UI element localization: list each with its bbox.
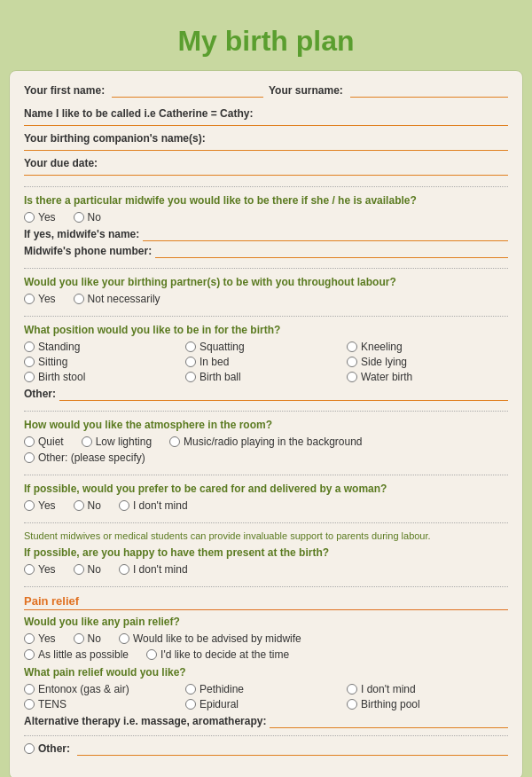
radio-icon bbox=[24, 564, 35, 575]
radio-icon bbox=[24, 372, 35, 382]
midwife-preference-section: Is there a particular midwife you would … bbox=[24, 194, 508, 269]
female-no[interactable]: No bbox=[74, 499, 101, 512]
atmosphere-section: How would you like the atmosphere in the… bbox=[24, 419, 508, 475]
female-yes[interactable]: Yes bbox=[24, 499, 56, 512]
radio-icon bbox=[24, 452, 35, 463]
personal-info-section: Your first name: Your surname: Name I li… bbox=[24, 83, 508, 187]
pain-relief-q1: Would you like any pain relief? bbox=[24, 616, 508, 628]
radio-icon bbox=[347, 372, 357, 382]
radio-icon bbox=[82, 436, 92, 447]
radio-icon bbox=[169, 436, 180, 447]
radio-icon bbox=[185, 341, 196, 352]
student-midwives-section: Student midwives or medical students can… bbox=[24, 530, 508, 587]
radio-icon bbox=[24, 649, 35, 660]
student-dont-mind[interactable]: I don't mind bbox=[119, 563, 188, 576]
radio-icon bbox=[146, 649, 157, 660]
pain-tens[interactable]: TENS bbox=[24, 698, 185, 710]
radio-icon bbox=[74, 564, 84, 575]
radio-icon bbox=[24, 294, 35, 304]
radio-icon bbox=[185, 372, 196, 382]
radio-icon bbox=[185, 684, 196, 695]
companion-field: Your birthing companion's name(s): bbox=[24, 130, 508, 151]
pain-pethidine[interactable]: Pethidine bbox=[185, 683, 347, 695]
student-note: Student midwives or medical students can… bbox=[24, 530, 508, 541]
pain-relief-section: Pain relief Would you like any pain reli… bbox=[24, 594, 508, 763]
pain-entonox[interactable]: Entonox (gas & air) bbox=[24, 683, 185, 695]
pain-as-little[interactable]: As little as possible bbox=[24, 648, 129, 661]
pain-relief-title: Pain relief bbox=[24, 594, 508, 610]
position-in-bed[interactable]: In bed bbox=[185, 356, 347, 368]
radio-icon bbox=[185, 699, 196, 710]
radio-icon bbox=[24, 357, 35, 367]
radio-icon bbox=[347, 341, 357, 352]
surname-label: Your surname: bbox=[269, 84, 343, 97]
midwife-no[interactable]: No bbox=[74, 211, 101, 224]
radio-icon bbox=[185, 357, 196, 367]
radio-icon bbox=[74, 294, 84, 304]
position-birth-stool[interactable]: Birth stool bbox=[24, 371, 185, 383]
pain-other[interactable]: Other: bbox=[24, 742, 508, 756]
radio-icon bbox=[24, 684, 35, 695]
midwife-yes[interactable]: Yes bbox=[24, 211, 56, 224]
radio-icon bbox=[24, 699, 35, 710]
atmosphere-quiet[interactable]: Quiet bbox=[24, 436, 64, 448]
main-card: Your first name: Your surname: Name I li… bbox=[9, 70, 523, 777]
midwife-question: Is there a particular midwife you would … bbox=[24, 194, 508, 207]
page-title: My birth plan bbox=[9, 9, 523, 70]
position-side-lying[interactable]: Side lying bbox=[347, 356, 508, 368]
radio-icon bbox=[24, 341, 35, 352]
student-question: If possible, are you happy to have them … bbox=[24, 546, 508, 559]
position-sitting[interactable]: Sitting bbox=[24, 356, 185, 368]
position-water-birth[interactable]: Water birth bbox=[347, 371, 508, 383]
due-date-field: Your due date: bbox=[24, 154, 508, 176]
pain-epidural[interactable]: Epidural bbox=[185, 698, 347, 710]
student-no[interactable]: No bbox=[74, 563, 101, 576]
radio-icon bbox=[74, 633, 84, 644]
radio-icon bbox=[119, 633, 129, 644]
pain-yes[interactable]: Yes bbox=[24, 632, 56, 645]
radio-icon bbox=[24, 212, 35, 223]
radio-icon bbox=[24, 633, 35, 644]
radio-icon bbox=[24, 743, 35, 754]
radio-icon bbox=[347, 699, 357, 710]
birth-position-section: What position would you like to be in fo… bbox=[24, 324, 508, 412]
radio-icon bbox=[347, 684, 357, 695]
position-birth-ball[interactable]: Birth ball bbox=[185, 371, 347, 383]
radio-icon bbox=[24, 436, 35, 447]
radio-icon bbox=[74, 212, 84, 223]
position-squatting[interactable]: Squatting bbox=[185, 341, 347, 353]
atmosphere-other[interactable]: Other: (please specify) bbox=[24, 451, 145, 464]
radio-icon bbox=[347, 357, 357, 367]
birth-position-question: What position would you like to be in fo… bbox=[24, 324, 508, 336]
birthing-partner-question: Would you like your birthing partner(s) … bbox=[24, 276, 508, 288]
atmosphere-music[interactable]: Music/radio playing in the background bbox=[169, 436, 362, 448]
radio-icon bbox=[119, 564, 129, 575]
first-name-label: Your first name: bbox=[24, 84, 105, 97]
position-standing[interactable]: Standing bbox=[24, 341, 185, 353]
student-yes[interactable]: Yes bbox=[24, 563, 56, 576]
pain-decide-later[interactable]: I'd like to decide at the time bbox=[146, 648, 289, 661]
radio-icon bbox=[119, 500, 129, 511]
radio-icon bbox=[24, 500, 35, 511]
position-kneeling[interactable]: Kneeling bbox=[347, 341, 508, 353]
female-carer-question: If possible, would you prefer to be care… bbox=[24, 483, 508, 495]
atmosphere-question: How would you like the atmosphere in the… bbox=[24, 419, 508, 431]
pain-birthing-pool[interactable]: Birthing pool bbox=[347, 698, 508, 710]
atmosphere-low-lighting[interactable]: Low lighting bbox=[82, 436, 152, 448]
female-carer-section: If possible, would you prefer to be care… bbox=[24, 483, 508, 523]
partner-not-necessarily[interactable]: Not necessarily bbox=[74, 293, 160, 305]
nickname-field: Name I like to be called i.e Catherine =… bbox=[24, 105, 508, 126]
birthing-partner-section: Would you like your birthing partner(s) … bbox=[24, 276, 508, 317]
pain-dont-mind[interactable]: I don't mind bbox=[347, 683, 508, 695]
radio-icon bbox=[74, 500, 84, 511]
pain-relief-q2: What pain relief would you like? bbox=[24, 666, 508, 679]
partner-yes[interactable]: Yes bbox=[24, 293, 56, 305]
female-dont-mind[interactable]: I don't mind bbox=[119, 499, 188, 512]
pain-advised[interactable]: Would like to be advised by midwife bbox=[119, 632, 301, 645]
pain-no[interactable]: No bbox=[74, 632, 101, 645]
